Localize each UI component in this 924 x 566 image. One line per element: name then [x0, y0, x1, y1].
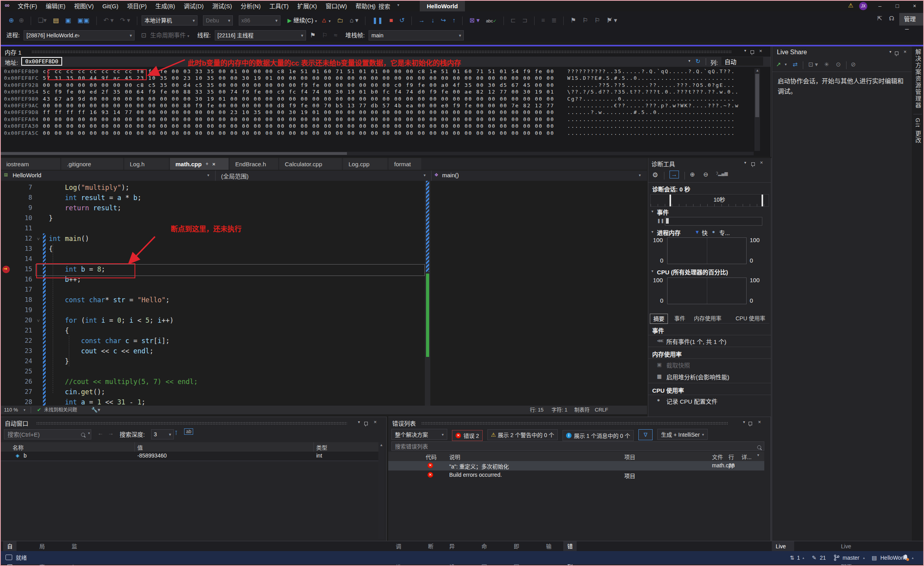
code-line[interactable]: 9 return result;	[1, 203, 425, 213]
prev-bookmark-icon[interactable]: ⚐	[583, 17, 588, 24]
live-share-user-icon[interactable]: ☊	[889, 15, 894, 22]
tab-close-icon[interactable]: ×	[212, 161, 216, 167]
fold-marker-icon[interactable]: ˅	[37, 316, 40, 326]
memory-row[interactable]: 0x00FEF92800 00 00 00 00 00 00 00 c8 c5 …	[1, 82, 754, 89]
new-window-icon[interactable]: ❏▾	[38, 17, 46, 24]
diag-zoom-out-icon[interactable]: ⊖	[703, 171, 708, 178]
breakpoint-settings-icon[interactable]: ⊠ ▾	[469, 17, 480, 24]
code-line[interactable]: 8 int result = a * b;	[1, 193, 425, 203]
copy-link-icon[interactable]: ⇄	[793, 61, 798, 68]
code-line[interactable]: 25	[1, 366, 425, 377]
errors-filter-button[interactable]: ✕错误 2	[452, 430, 483, 441]
pending-edits-count[interactable]: 21	[820, 551, 826, 564]
doc-tab-Calculator.cpp[interactable]: Calculator.cpp	[279, 158, 342, 170]
diag-events-expander-icon[interactable]: ▾	[651, 209, 653, 213]
diag-timeline-ruler[interactable]: 10秒	[650, 194, 769, 207]
autos-col-name[interactable]: 名称	[13, 443, 24, 451]
sync-commits-icon[interactable]: ⇅	[790, 551, 795, 564]
code-line[interactable]: 24 }	[1, 356, 425, 366]
undo-icon[interactable]: ↶ ▾	[103, 17, 114, 24]
autos-col-type[interactable]: 类型	[316, 443, 327, 451]
code-line[interactable]: 13{	[1, 244, 425, 254]
menu-item-项目(P)[interactable]: 项目(P)	[123, 1, 151, 11]
code-line[interactable]: 17	[1, 285, 425, 295]
autos-pin-values-icon[interactable]: ⊺	[175, 430, 178, 437]
panel-tab-命令窗口[interactable]: 命令窗口	[478, 541, 491, 551]
scroll-up-icon[interactable]: ▲	[756, 68, 759, 72]
diag-zoom-in-icon[interactable]: ⊕	[690, 171, 695, 178]
code-line[interactable]: 10}	[1, 213, 425, 223]
diag-cpu-expander-icon[interactable]: ▾	[651, 269, 653, 273]
nav-project-dropdown[interactable]: HelloWorld	[13, 172, 41, 178]
editor-vscrollbar[interactable]	[425, 181, 430, 406]
autos-search-caret-icon[interactable]: ▾	[88, 431, 90, 435]
memory-row[interactable]: 0x00FEF9545c f9 fe 00 ed 2f 35 00 64 f9 …	[1, 89, 754, 96]
diag-tab-事件[interactable]: 事件	[671, 314, 688, 323]
panel-tab-自动窗口[interactable]: 自动窗口	[3, 541, 17, 551]
doc-tab-math.cpp[interactable]: math.cpp+×	[170, 158, 229, 170]
nav-scope-dropdown[interactable]: (全局范围)	[221, 172, 249, 180]
autos-forward-icon[interactable]: →	[108, 430, 114, 436]
diag-tab-内存使用率[interactable]: 内存使用率	[691, 314, 725, 323]
chat-icon[interactable]: ⊘	[851, 61, 856, 68]
code-line[interactable]: 7 Log("multiply");	[1, 182, 425, 193]
autos-pin-icon[interactable]	[364, 421, 368, 427]
configuration-dropdown[interactable]: Debu▾	[203, 15, 233, 26]
branch-name[interactable]: master	[843, 551, 859, 564]
outdent-icon[interactable]: ≣	[551, 17, 557, 24]
close-button[interactable]: ×	[906, 1, 923, 11]
find-in-files-icon[interactable]: 🗀	[337, 17, 343, 24]
menu-item-文件(F)[interactable]: 文件(F)	[13, 1, 41, 11]
save-icon[interactable]: ▣	[65, 17, 71, 24]
autos-row[interactable]: ◈b-858993460int	[1, 452, 378, 461]
messages-filter-button[interactable]: i展示 1 个消息中的 0 个	[563, 430, 634, 441]
menu-item-编辑(E)[interactable]: 编辑(E)	[41, 1, 70, 11]
menu-item-分析(N)[interactable]: 分析(N)	[236, 1, 265, 11]
panel-tab-错误列表[interactable]: 错误列表	[563, 541, 577, 551]
doc-tab-iostream[interactable]: iostream	[1, 158, 61, 170]
memory-row[interactable]: 0x00FEFA0400 00 00 00 00 00 00 00 00 00 …	[1, 116, 754, 123]
error-col-caret-icon[interactable]: ▾	[757, 453, 759, 457]
error-search-input[interactable]: 搜索错误列表	[391, 441, 764, 451]
all-events-link[interactable]: 所有事件(1 个, 共 1 个)	[666, 337, 727, 345]
nav-project-caret-icon[interactable]: ▾	[207, 173, 209, 177]
autos-search-input[interactable]: 搜索(Ctrl+E)	[4, 429, 91, 439]
doc-tab-EndBrace.h[interactable]: EndBrace.h	[230, 158, 278, 170]
live-share-dropdown-icon[interactable]: ▾	[889, 50, 891, 54]
diag-memory-header[interactable]: 进程内存	[657, 228, 681, 237]
spell-check-icon[interactable]: abc✓	[486, 18, 496, 23]
share-screen-icon[interactable]: ⊡ ▾	[808, 61, 818, 68]
start-collaboration-icon[interactable]: ↗	[776, 61, 781, 68]
collab-caret-icon[interactable]: ▾	[785, 62, 787, 66]
filter-icon[interactable]: ∇	[638, 429, 653, 440]
diag-settings-icon[interactable]: ⚙	[652, 171, 658, 179]
platform-dropdown[interactable]: x86▾	[239, 15, 280, 26]
tabs-indicator[interactable]: 制表符	[574, 406, 590, 414]
code-line[interactable]: 27 cin.get();	[1, 387, 425, 397]
diag-export-icon[interactable]: →	[669, 171, 679, 178]
share-icon[interactable]: ⇱	[877, 15, 882, 22]
comments-icon[interactable]: ⊙	[836, 61, 841, 68]
code-line[interactable]: 18 const char* str = "Hello";	[1, 295, 425, 305]
diag-events-track[interactable]	[665, 217, 762, 226]
memory-title-bar[interactable]: 内存 1 ▾ ×	[1, 46, 771, 57]
save-all-icon[interactable]: ▣▣	[77, 17, 89, 24]
autos-format-icon[interactable]: ab	[184, 428, 193, 435]
memory-pin-icon[interactable]	[751, 49, 754, 56]
take-snapshot-button[interactable]: 截取快照	[666, 361, 690, 369]
line-indicator[interactable]: 行: 15	[530, 406, 544, 414]
panel-tab-监视 1[interactable]: 监视 1	[68, 541, 81, 551]
code-line[interactable]: 22 const char c = str[i];	[1, 336, 425, 346]
debug-target-dropdown[interactable]: 本地计算机▾	[142, 15, 197, 26]
nav-scope-caret-icon[interactable]: ▾	[424, 173, 426, 177]
autos-depth-dropdown[interactable]: 3▾	[151, 429, 174, 439]
sync-commits-count[interactable]: 1	[797, 551, 800, 564]
doc-tab-format[interactable]: format	[389, 158, 422, 170]
memory-address-caret-icon[interactable]: ▾	[688, 59, 690, 63]
memory-hscrollbar[interactable]	[1, 152, 754, 155]
menu-item-测试(S)[interactable]: 测试(S)	[208, 1, 236, 11]
live-share-pin-icon[interactable]	[895, 50, 898, 57]
admin-button[interactable]: 管理员	[899, 13, 923, 26]
menu-item-帮助(H)[interactable]: 帮助(H)	[351, 1, 380, 11]
live-share-close-icon[interactable]: ×	[904, 49, 907, 55]
